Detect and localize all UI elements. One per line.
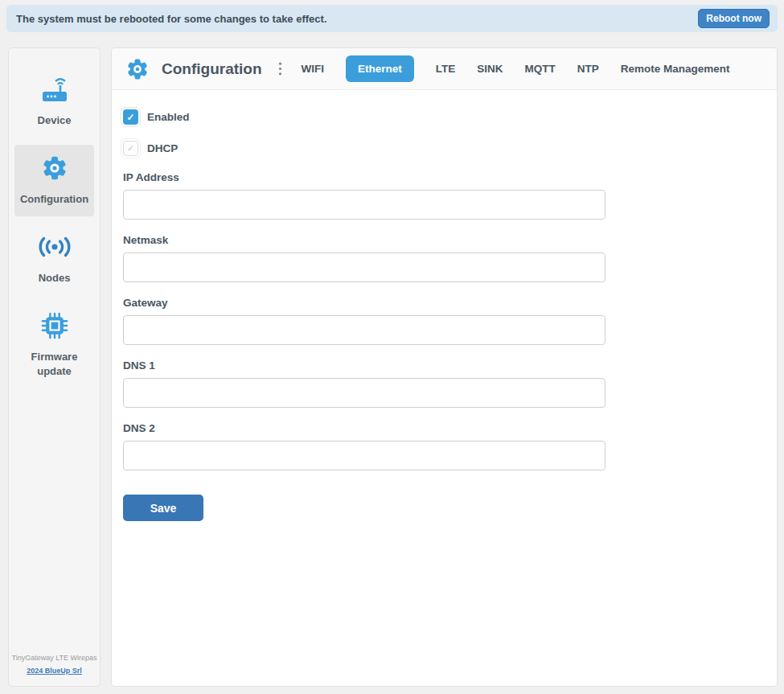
sidebar-item-label: Firmware update (18, 350, 91, 380)
netmask-label: Netmask (123, 234, 766, 246)
ip-address-label: IP Address (123, 171, 766, 183)
netmask-input[interactable] (123, 253, 605, 282)
sidebar-footer: TinyGateway LTE Wirepas 2024 BlueUp Srl (9, 654, 100, 676)
sidebar-item-configuration[interactable]: Configuration (14, 145, 94, 216)
content-row: Device Configura (8, 47, 778, 687)
gateway-input[interactable] (123, 315, 605, 345)
panel-header: Configuration WIFI Ethernet LTE SINK MQT… (112, 48, 777, 90)
page-title: Configuration (162, 60, 262, 78)
dns1-label: DNS 1 (123, 359, 766, 372)
tab-lte[interactable]: LTE (436, 63, 456, 75)
dns1-input[interactable] (123, 378, 605, 408)
broadcast-icon (37, 232, 72, 261)
dns1-field-group: DNS 1 (123, 359, 766, 408)
enabled-checkbox-label: Enabled (147, 111, 190, 123)
chip-icon (41, 311, 68, 340)
netmask-field-group: Netmask (123, 234, 766, 282)
gateway-label: Gateway (123, 297, 766, 309)
ethernet-form: ✓ Enabled ✓ DHCP IP Address Netmask Gate… (112, 90, 777, 540)
save-button[interactable]: Save (123, 495, 203, 521)
ip-address-field-group: IP Address (123, 171, 766, 220)
reboot-banner: The system must be rebooted for some cha… (6, 5, 778, 32)
router-icon (39, 75, 70, 104)
banner-message: The system must be rebooted for some cha… (16, 13, 327, 25)
dns2-label: DNS 2 (123, 422, 766, 434)
sidebar-item-label: Nodes (39, 271, 71, 286)
dhcp-checkbox-row: ✓ DHCP (123, 140, 766, 157)
gateway-field-group: Gateway (123, 297, 766, 345)
vendor-link[interactable]: 2024 BlueUp Srl (27, 667, 82, 676)
tab-bar: WIFI Ethernet LTE SINK MQTT NTP Remote M… (302, 55, 730, 82)
tab-wifi[interactable]: WIFI (302, 63, 325, 75)
ip-address-input[interactable] (123, 190, 605, 220)
product-name: TinyGateway LTE Wirepas (9, 654, 100, 663)
tab-ntp[interactable]: NTP (577, 63, 599, 75)
enabled-checkbox-row: ✓ Enabled (123, 109, 766, 125)
sidebar-item-device[interactable]: Device (14, 66, 94, 138)
sidebar-item-nodes[interactable]: Nodes (14, 224, 94, 295)
sidebar-item-firmware-update[interactable]: Firmware update (14, 302, 94, 389)
sidebar-item-label: Device (38, 113, 72, 129)
tab-ethernet[interactable]: Ethernet (346, 55, 414, 82)
dns2-input[interactable] (123, 441, 605, 470)
tab-remote-management[interactable]: Remote Management (621, 63, 730, 75)
gear-icon (42, 154, 68, 183)
sidebar: Device Configura (8, 47, 101, 687)
dns2-field-group: DNS 2 (123, 422, 766, 470)
sidebar-item-label: Configuration (20, 192, 88, 207)
dhcp-checkbox-label: DHCP (147, 142, 178, 154)
tab-sink[interactable]: SINK (477, 63, 503, 75)
kebab-menu-icon[interactable] (278, 62, 282, 76)
gear-icon (126, 58, 149, 80)
main-panel: Configuration WIFI Ethernet LTE SINK MQT… (111, 47, 778, 687)
tab-mqtt[interactable]: MQTT (525, 63, 556, 75)
enabled-checkbox[interactable]: ✓ (123, 109, 138, 125)
dhcp-checkbox: ✓ (123, 141, 138, 156)
reboot-now-button[interactable]: Reboot now (698, 9, 770, 28)
